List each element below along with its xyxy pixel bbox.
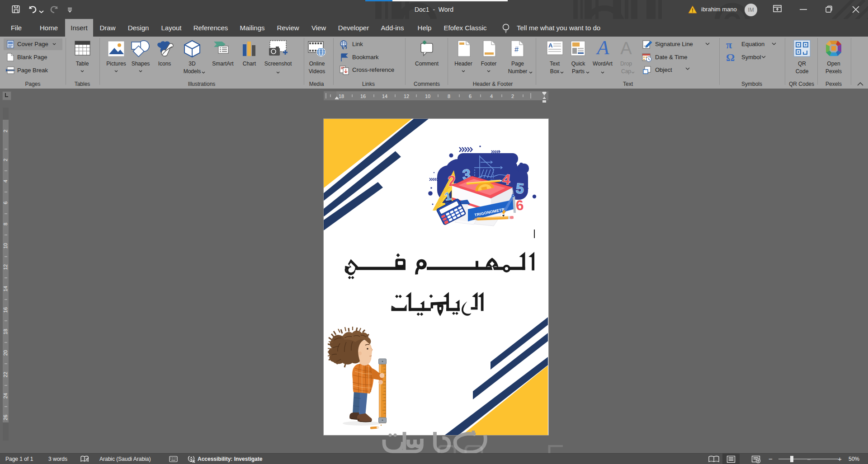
svg-text:22: 22: [3, 372, 8, 377]
svg-text:10: 10: [425, 94, 430, 99]
svg-text:26: 26: [3, 415, 8, 420]
svg-text:14: 14: [382, 94, 387, 99]
svg-text:6: 6: [469, 94, 472, 99]
svg-text:18: 18: [339, 94, 344, 99]
svg-text:18: 18: [3, 329, 8, 334]
svg-text:2: 2: [511, 94, 514, 99]
svg-text:20: 20: [3, 350, 8, 356]
svg-text:5: 5: [515, 180, 525, 197]
svg-text:12: 12: [3, 264, 8, 270]
svg-text:4: 4: [490, 94, 493, 99]
svg-text:16: 16: [360, 94, 366, 99]
svg-text:4: 4: [3, 180, 8, 183]
svg-text:2: 2: [3, 159, 8, 161]
svg-text:12: 12: [404, 94, 409, 99]
svg-text:6: 6: [3, 202, 8, 204]
svg-text:8: 8: [3, 223, 8, 225]
svg-text:#: #: [514, 46, 519, 53]
svg-text:6: 6: [515, 197, 524, 213]
svg-text:8: 8: [448, 94, 450, 99]
svg-text:14: 14: [3, 286, 8, 291]
svg-text:24: 24: [3, 393, 8, 398]
svg-text:10: 10: [3, 243, 8, 248]
svg-text:2: 2: [3, 130, 8, 132]
svg-text:16: 16: [3, 307, 8, 313]
svg-text:A: A: [548, 42, 553, 49]
